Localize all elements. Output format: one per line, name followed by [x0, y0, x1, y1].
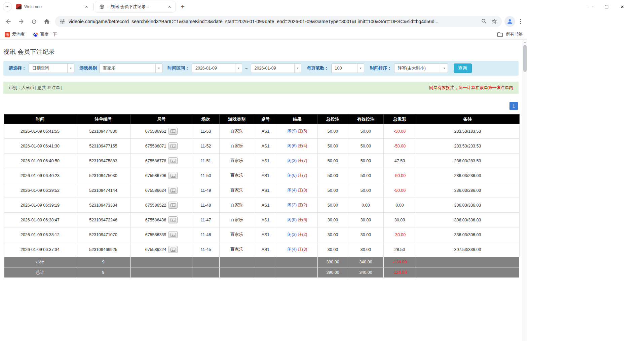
- page-limit-select[interactable]: 100 ▼: [331, 63, 364, 73]
- date-start-select[interactable]: 2026-01-09 ▼: [192, 63, 242, 73]
- bet-row: 2026-01-09 06:38:12523109471070675586339…: [4, 227, 520, 242]
- chevron-down-icon: ▼: [441, 64, 448, 73]
- back-button[interactable]: [3, 16, 14, 27]
- time-sort-label: 时间排序：: [370, 65, 392, 71]
- bookmarks-divider: [492, 32, 492, 38]
- cell-time: 2026-01-09 06:39:52: [4, 183, 76, 198]
- cell-game-kind: 百家乐: [220, 139, 254, 154]
- browser-menu-button[interactable]: [517, 16, 525, 27]
- bet-row: 2026-01-09 06:41:30523109477155675586871…: [4, 139, 520, 154]
- round-video-button[interactable]: [168, 246, 178, 253]
- cell-game-kind: 百家乐: [220, 183, 254, 198]
- round-video-button[interactable]: [168, 128, 178, 135]
- url-text[interactable]: videoie.com/game/betrecord_search/kind3?…: [69, 19, 478, 24]
- cell-payout: 47.50: [384, 154, 416, 168]
- close-button[interactable]: ✕: [614, 0, 630, 13]
- time-sort-select[interactable]: 降幂(由大到小) ▼: [394, 63, 448, 73]
- tab-close-icon[interactable]: ✕: [166, 4, 173, 10]
- home-button[interactable]: [41, 16, 52, 27]
- window-controls: ✕: [583, 0, 630, 13]
- result-banker: 庄(8): [298, 188, 307, 193]
- col-header-valid-bet: 有效投注: [348, 115, 384, 124]
- all-bookmarks-button[interactable]: 所有书签: [506, 32, 523, 37]
- bet-table-body: 2026-01-09 06:41:55523109477830675586962…: [4, 124, 520, 278]
- round-number-text: 675586778: [145, 159, 166, 163]
- cell-session: 11-51: [192, 154, 220, 168]
- profile-avatar[interactable]: [504, 16, 515, 27]
- search-button[interactable]: 查询: [454, 63, 472, 73]
- bookmark-star-icon[interactable]: [491, 18, 498, 25]
- round-video-button[interactable]: [168, 157, 178, 164]
- cell-table-number: AS1: [254, 124, 277, 139]
- result-player: 闲(2): [287, 203, 297, 207]
- cell-total-bet-link[interactable]: 50.00: [318, 124, 348, 139]
- forward-button[interactable]: [15, 16, 27, 27]
- page-number-button[interactable]: 1: [509, 102, 518, 110]
- tab-welcome[interactable]: Welcome ✕: [12, 1, 92, 12]
- cell-valid-bet: 30.00: [348, 242, 384, 257]
- cell-payout: -30.00: [384, 227, 416, 242]
- currency-total-text: 币别：人民币 | 总共 :9 注单 |: [9, 85, 62, 91]
- round-video-button[interactable]: [168, 172, 178, 179]
- home-icon: [43, 18, 50, 25]
- cell-valid-bet: 0.00: [348, 198, 384, 213]
- cell-total-bet-link[interactable]: 50.00: [318, 198, 348, 213]
- cell-note: 336.03/336.03: [416, 198, 520, 213]
- summary-cell: [192, 257, 220, 267]
- cell-total-bet-link[interactable]: 50.00: [318, 139, 348, 154]
- query-type-select[interactable]: 日期查询 ▼: [29, 63, 74, 73]
- cell-note: 336.03/306.03: [416, 227, 520, 242]
- game-kind-label: 游戏类别: [79, 65, 97, 71]
- result-player: 闲(3): [287, 232, 297, 237]
- cell-total-bet-link[interactable]: 50.00: [318, 154, 348, 168]
- bet-row: 2026-01-09 06:39:52523109474144675586624…: [4, 183, 520, 198]
- date-end-select[interactable]: 2026-01-09 ▼: [251, 63, 301, 73]
- address-bar[interactable]: videoie.com/game/betrecord_search/kind3?…: [55, 16, 502, 27]
- tab-betrecord[interactable]: :::视讯 会员下注纪录::: ✕: [95, 1, 175, 12]
- cell-total-bet-link[interactable]: 50.00: [318, 168, 348, 183]
- result-banker: 庄(4): [298, 143, 307, 148]
- cell-session: 11-53: [192, 124, 220, 139]
- cell-round-number: 675586706: [131, 168, 192, 183]
- cell-total-bet-link[interactable]: 30.00: [318, 242, 348, 257]
- result-player: 闲(6): [287, 173, 297, 178]
- cell-bet-number: 523109477155: [76, 139, 131, 154]
- zoom-icon[interactable]: [481, 18, 488, 25]
- result-banker: 庄(6): [298, 217, 307, 222]
- new-tab-button[interactable]: +: [178, 2, 187, 11]
- cell-round-number: 675586624: [131, 183, 192, 198]
- refresh-button[interactable]: [28, 16, 40, 27]
- bookmark-aitaobao[interactable]: 淘 爱淘宝: [5, 32, 25, 37]
- round-video-button[interactable]: [168, 187, 178, 194]
- page-scrollbar[interactable]: ▲: [522, 40, 527, 341]
- cell-result: 闲(6) 庄(7): [277, 168, 318, 183]
- tab-search-button[interactable]: [3, 2, 12, 11]
- bookmark-baidu[interactable]: 百度一下: [33, 32, 57, 37]
- round-video-button[interactable]: [168, 202, 178, 209]
- round-number-text: 675586436: [145, 218, 166, 222]
- minimize-button[interactable]: [583, 0, 599, 13]
- scrollbar-up-arrow[interactable]: ▲: [522, 40, 528, 44]
- tab-close-icon[interactable]: ✕: [83, 4, 89, 10]
- chevron-down-icon: ▼: [67, 64, 74, 73]
- cell-session: 11-50: [192, 168, 220, 183]
- cell-total-bet-link[interactable]: 50.00: [318, 183, 348, 198]
- cell-note: 236.03/283.53: [416, 154, 520, 168]
- round-video-button[interactable]: [168, 216, 178, 223]
- round-video-button[interactable]: [168, 142, 178, 150]
- summary-cell: -124.00: [384, 257, 416, 267]
- cell-payout: -50.00: [384, 183, 416, 198]
- cell-total-bet-link[interactable]: 30.00: [318, 213, 348, 227]
- scrollbar-thumb[interactable]: [523, 45, 527, 72]
- game-kind-select[interactable]: 百家乐 ▼: [99, 63, 162, 73]
- summary-cell: [254, 267, 277, 278]
- summary-cell: 总计: [4, 267, 76, 278]
- round-video-button[interactable]: [168, 231, 178, 238]
- maximize-button[interactable]: [599, 0, 614, 13]
- result-player: 闲(3): [287, 158, 297, 163]
- cell-total-bet-link[interactable]: 30.00: [318, 227, 348, 242]
- result-player: 闲(9): [287, 129, 297, 133]
- site-info-icon[interactable]: [59, 18, 65, 25]
- col-header-round-number: 局号: [131, 115, 192, 124]
- cell-payout: 28.50: [384, 242, 416, 257]
